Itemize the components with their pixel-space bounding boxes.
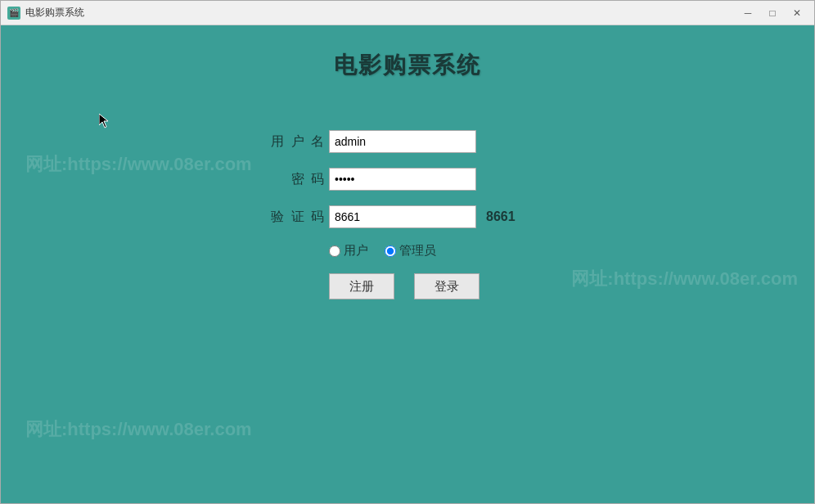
login-button[interactable]: 登录 <box>414 273 480 299</box>
watermark-1: 网址:https://www.08er.com <box>25 152 252 177</box>
main-content: 网址:https://www.08er.com 网址:https://www.0… <box>1 25 814 503</box>
role-radio-row: 用户 管理员 <box>329 243 547 259</box>
user-radio[interactable] <box>329 245 340 257</box>
app-title: 电影购票系统 <box>334 50 481 81</box>
watermark-2: 网址:https://www.08er.com <box>571 267 798 291</box>
captcha-display: 8661 <box>486 209 516 224</box>
window-controls: ─ □ ✕ <box>737 5 808 21</box>
maximize-button[interactable]: □ <box>762 5 783 21</box>
register-button[interactable]: 注册 <box>329 273 394 299</box>
close-button[interactable]: ✕ <box>786 5 808 21</box>
username-input[interactable] <box>329 130 476 153</box>
cursor <box>99 114 109 128</box>
password-label: 密 码 <box>268 171 326 188</box>
user-radio-option[interactable]: 用户 <box>329 243 368 259</box>
app-window: 🎬 电影购票系统 ─ □ ✕ 网址:https://www.08er.com 网… <box>0 0 815 504</box>
login-form: 用 户 名 密 码 验 证 码 8661 用户 <box>268 130 547 299</box>
button-row: 注册 登录 <box>329 273 547 299</box>
window-title: 电影购票系统 <box>25 6 84 20</box>
captcha-input[interactable] <box>329 205 476 228</box>
captcha-row: 验 证 码 8661 <box>268 205 547 228</box>
app-icon: 🎬 <box>7 7 20 20</box>
title-bar-left: 🎬 电影购票系统 <box>7 6 84 20</box>
admin-radio-option[interactable]: 管理员 <box>385 243 436 259</box>
title-bar: 🎬 电影购票系统 ─ □ ✕ <box>1 1 814 25</box>
username-row: 用 户 名 <box>268 130 547 153</box>
admin-radio[interactable] <box>385 245 396 257</box>
admin-radio-label: 管理员 <box>399 243 436 259</box>
svg-marker-0 <box>99 114 108 128</box>
password-row: 密 码 <box>268 168 547 191</box>
captcha-label: 验 证 码 <box>268 209 326 226</box>
minimize-button[interactable]: ─ <box>737 5 759 21</box>
password-input[interactable] <box>329 168 476 191</box>
watermark-3: 网址:https://www.08er.com <box>25 417 252 442</box>
user-radio-label: 用户 <box>344 243 368 259</box>
username-label: 用 户 名 <box>268 133 326 151</box>
